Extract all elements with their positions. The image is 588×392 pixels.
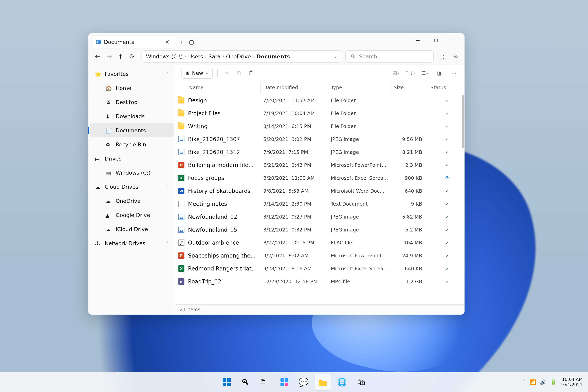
paste-button[interactable]: 📋︎ [246,68,256,78]
sidebar-item-desktop[interactable]: 🖥Desktop [90,95,174,109]
svg-rect-6 [280,382,284,386]
sidebar-item-documents[interactable]: 📄Documents [90,123,174,138]
star-icon: ⭐ [95,71,100,77]
file-row[interactable]: Meeting notes9/14/2021 2:30 PMText Docum… [176,197,464,210]
window-tab-documents[interactable]: Documents ✕ [92,36,176,48]
plus-circle-icon: ⊕ [186,70,190,76]
sidebar-section-network-drives[interactable]: 🖧Network Drives˅ [88,236,175,250]
file-date: 7/9/2021 [263,149,285,155]
file-row[interactable]: PSpaceships among the...9/2/2021 6:02 AM… [176,249,464,262]
chat-icon: 💬 [298,377,309,387]
sidebar-section-label: Cloud Drives [105,184,138,190]
refresh-button[interactable]: ⟳ [129,52,135,60]
back-button[interactable]: ← [95,52,100,60]
file-date: 9/2/2021 [263,253,285,258]
crumb-0[interactable]: Windows (C:\) [146,54,183,60]
close-window-button[interactable]: ✕ [446,34,463,46]
column-modified[interactable]: Date modified [260,81,328,94]
file-type: File Folder [328,120,391,133]
drive-icon: 🖴 [106,170,111,176]
clock[interactable]: 10:04 AM 10/4/2021 [560,377,582,387]
up-button[interactable]: ↑ [118,52,124,60]
file-row[interactable]: PBuilding a modern file...6/21/2021 2:43… [176,158,464,172]
file-date: 8/14/2021 [263,124,288,129]
view-button[interactable]: ☰ ⌄ [420,68,430,78]
store-button[interactable]: 🛍︎ [353,374,370,390]
file-row[interactable]: Design7/20/2021 11:57 AMFile Folder✓ [176,94,464,107]
clock-date: 10/4/2021 [560,382,582,387]
file-row[interactable]: XFocus groups8/20/2021 11:00 AMMicrosoft… [176,172,464,184]
sidebar-item-icloud-drive[interactable]: ☁iCloud Drive [90,222,174,236]
image-file-icon [178,136,184,142]
column-type[interactable]: Type [328,81,391,94]
column-name[interactable]: Name˄ [176,81,260,94]
scrollbar-thumb[interactable] [462,95,464,148]
file-date: 7/20/2021 [263,98,288,103]
file-row[interactable]: Writing8/14/2021 6:15 PMFile Folder✓ [176,120,464,133]
chevron-right-icon: › [222,54,224,59]
new-tab-button[interactable]: ＋ [178,38,186,46]
status-available-icon: ✓ [428,94,464,107]
file-date: 7/19/2021 [263,110,288,116]
file-row[interactable]: Project Files7/19/2021 10:04 AMFile Fold… [176,107,464,120]
file-explorer-button[interactable] [314,374,331,390]
text-file-icon [178,201,184,207]
file-name: Outdoor ambience [188,240,239,246]
maximize-button[interactable]: ▢ [427,34,445,46]
sort-button[interactable]: ↑↓ ⌄ [406,68,415,78]
column-status[interactable]: Status [428,81,464,94]
file-row[interactable]: Newfoundland_053/12/2021 9:32 PMJPEG ima… [176,223,464,236]
select-button[interactable]: ☑ ⌄ [391,68,400,78]
store-icon: 🛍︎ [357,378,365,387]
sidebar-item-home[interactable]: 🏠Home [90,81,174,95]
start-button[interactable] [218,374,235,390]
edge-button[interactable]: 🌐 [334,374,350,390]
sidebar-section-drives[interactable]: 🖴Drives˄ [88,152,175,166]
close-tab-button[interactable]: ✕ [163,38,171,46]
crumb-3[interactable]: OneDrive [226,54,251,60]
search-button[interactable]: 🔍︎ [238,374,254,390]
file-row[interactable]: XRedmond Rangers triat...9/28/2021 8:16 … [176,262,464,275]
file-date: 6/21/2021 [263,162,288,168]
new-button[interactable]: ⊕ New ⌄ [181,68,213,78]
sidebar-item-onedrive[interactable]: ☁OneDrive [90,194,174,208]
details-pane-button[interactable]: ◨ [435,68,444,78]
minimize-button[interactable]: — [409,34,426,46]
file-row[interactable]: ♪Outdoor ambience8/27/2021 10:15 PMFLAC … [176,236,464,249]
address-bar[interactable]: Windows (C:\)› Users› Sara› OneDrive› Do… [142,50,342,62]
tab-overview-button[interactable]: ▢ [188,38,196,46]
file-type: File Folder [328,107,391,120]
titlebar: Documents ✕ ＋ ▢ — ▢ ✕ [88,33,464,48]
task-view-button[interactable]: ⧉ [257,374,274,390]
file-row[interactable]: WHistory of Skateboards9/8/2021 5:53 AMM… [176,184,464,197]
search-icon: 🔍︎ [350,54,356,60]
file-row[interactable]: Bike_210620_13075/20/2021 3:02 PMJPEG im… [176,133,464,146]
crumb-1[interactable]: Users [188,54,203,60]
volume-icon[interactable]: 🔊 [540,379,546,385]
address-dropdown-button[interactable]: ⌄ [334,54,337,59]
file-list[interactable]: Name˄ Date modified Type Size Status Des… [176,81,464,304]
sidebar-item-recycle-bin[interactable]: ♻︎Recycle Bin [90,138,174,152]
widgets-button[interactable] [276,374,293,390]
settings-button[interactable]: ⚙ [451,51,461,62]
search-box[interactable]: 🔍︎ Search [345,50,434,62]
sidebar-item-google-drive[interactable]: ▲Google Drive [90,208,174,222]
sidebar-section-favorites[interactable]: ⭐Favorites˄ [88,67,175,81]
battery-icon[interactable]: 🔋 [550,379,556,385]
sidebar-item-downloads[interactable]: ⬇︎Downloads [90,109,174,123]
file-row[interactable]: Bike_210620_13127/9/2021 7:15 PMJPEG ima… [176,146,464,158]
gdrive-icon: ▲ [106,212,111,218]
tray-overflow-button[interactable]: ˄ [524,380,526,384]
more-button[interactable]: ⋯ [449,68,459,78]
teams-chat-button[interactable]: 💬 [295,374,312,390]
file-row[interactable]: ▶RoadTrip_0212/28/2020 12:58 PMMP4 file1… [176,275,464,288]
crumb-2[interactable]: Sara [208,54,220,60]
sidebar-section-cloud-drives[interactable]: ☁︎Cloud Drives˄ [88,180,175,194]
column-size[interactable]: Size [391,81,428,94]
crumb-4[interactable]: Documents [256,54,290,60]
wifi-icon[interactable]: 📶 [530,379,536,385]
sidebar-item-windows-c-[interactable]: 🖴Windows (C:) [90,166,174,180]
file-name: Meeting notes [188,201,227,207]
file-row[interactable]: Newfoundland_023/12/2021 9:27 PMJPEG ima… [176,210,464,223]
word-file-icon: W [178,188,184,194]
